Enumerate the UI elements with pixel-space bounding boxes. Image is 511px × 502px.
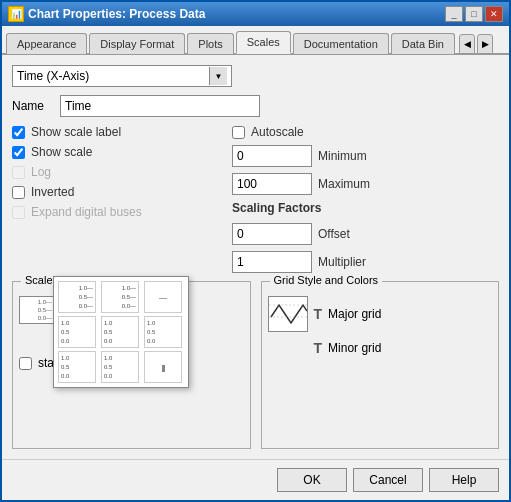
stamp-checkbox[interactable] [19,357,32,370]
minor-grid-row: T Minor grid [268,340,493,356]
inverted-row: Inverted [12,185,222,199]
popup-preview-6[interactable]: 1.0 0.5 0.0 [144,316,182,348]
major-grid-svg [269,297,307,331]
left-column: Show scale label Show scale Log Inverted… [12,125,222,273]
offset-label: Offset [318,227,350,241]
tab-scroll-right[interactable]: ▶ [477,34,493,54]
axis-dropdown-value: Time (X-Axis) [17,69,89,83]
multiplier-input[interactable] [232,251,312,273]
tab-scales[interactable]: Scales [236,31,291,54]
autoscale-label: Autoscale [251,125,304,139]
maximum-input[interactable] [232,173,312,195]
window-title: Chart Properties: Process Data [28,7,205,21]
axis-dropdown-row: Time (X-Axis) ▼ [12,65,499,87]
tab-display-format[interactable]: Display Format [89,33,185,54]
show-scale-label-label: Show scale label [31,125,121,139]
popup-preview-3[interactable]: — [144,281,182,313]
name-row: Name [12,95,499,117]
scale-style-popup: 1.0— 0.5— 0.0— 1.0— 0.5— 0.0— — 1.0 [53,276,189,388]
window-controls: _ □ ✕ [445,6,503,22]
tabs-row: Appearance Display Format Plots Scales D… [2,26,509,55]
expand-digital-buses-label: Expand digital buses [31,205,142,219]
tab-data-bin[interactable]: Data Bin [391,33,455,54]
inverted-label: Inverted [31,185,74,199]
log-label: Log [31,165,51,179]
major-grid-icon[interactable] [268,296,308,332]
title-bar: 📊 Chart Properties: Process Data _ □ ✕ [2,2,509,26]
minor-grid-label: Minor grid [328,341,381,355]
popup-preview-7[interactable]: 1.0 0.5 0.0 [58,351,96,383]
bottom-section: Scale Style and Colors 1.0— 0.5— [12,281,499,449]
cancel-button[interactable]: Cancel [353,468,423,492]
show-scale-label-row: Show scale label [12,125,222,139]
tab-scroll: ◀ ▶ [459,34,493,54]
popup-preview-2[interactable]: 1.0— 0.5— 0.0— [101,281,139,313]
multiplier-label: Multiplier [318,255,366,269]
log-checkbox[interactable] [12,166,25,179]
content-area: Time (X-Axis) ▼ Name Show scale label Sh… [2,55,509,459]
popup-preview-8[interactable]: 1.0 0.5 0.0 [101,351,139,383]
popup-preview-4[interactable]: 1.0 0.5 0.0 [58,316,96,348]
major-grid-row: T Major grid [268,296,493,332]
two-col-section: Show scale label Show scale Log Inverted… [12,125,499,273]
name-input[interactable] [60,95,260,117]
show-scale-row: Show scale [12,145,222,159]
scale-preview-box[interactable]: 1.0— 0.5— 0.0— [19,296,55,324]
offset-input[interactable] [232,223,312,245]
offset-row: Offset [232,223,499,245]
button-bar: OK Cancel Help [2,459,509,500]
show-scale-label: Show scale [31,145,92,159]
tab-appearance[interactable]: Appearance [6,33,87,54]
minor-tick-spacer [19,334,55,346]
svg-rect-0 [269,297,307,331]
grid-style-legend: Grid Style and Colors [270,274,383,286]
main-window: 📊 Chart Properties: Process Data _ □ ✕ A… [0,0,511,502]
autoscale-row: Autoscale [232,125,499,139]
tab-documentation[interactable]: Documentation [293,33,389,54]
maximize-button[interactable]: □ [465,6,483,22]
minimum-label: Minimum [318,149,367,163]
log-row: Log [12,165,222,179]
grid-style-group: Grid Style and Colors [261,281,500,449]
name-label: Name [12,99,52,113]
popup-preview-5[interactable]: 1.0 0.5 0.0 [101,316,139,348]
show-scale-label-checkbox[interactable] [12,126,25,139]
show-scale-checkbox[interactable] [12,146,25,159]
minimum-row: Minimum [232,145,499,167]
axis-dropdown[interactable]: Time (X-Axis) ▼ [12,65,232,87]
right-column: Autoscale Minimum Maximum Scaling Factor… [232,125,499,273]
dropdown-arrow-icon: ▼ [209,67,227,85]
popup-preview-1[interactable]: 1.0— 0.5— 0.0— [58,281,96,313]
popup-preview-9[interactable]: ||| [144,351,182,383]
help-button[interactable]: Help [429,468,499,492]
minimum-input[interactable] [232,145,312,167]
title-bar-left: 📊 Chart Properties: Process Data [8,6,205,22]
maximum-row: Maximum [232,173,499,195]
inverted-checkbox[interactable] [12,186,25,199]
tab-scroll-left[interactable]: ◀ [459,34,475,54]
app-icon: 📊 [8,6,24,22]
scaling-factors-label: Scaling Factors [232,201,499,215]
ok-button[interactable]: OK [277,468,347,492]
autoscale-checkbox[interactable] [232,126,245,139]
tab-plots[interactable]: Plots [187,33,233,54]
scale-style-group: Scale Style and Colors 1.0— 0.5— [12,281,251,449]
close-button[interactable]: ✕ [485,6,503,22]
expand-digital-buses-row: Expand digital buses [12,205,222,219]
maximum-label: Maximum [318,177,370,191]
minor-grid-T-icon: T [314,340,323,356]
expand-digital-buses-checkbox[interactable] [12,206,25,219]
multiplier-row: Multiplier [232,251,499,273]
major-grid-label: Major grid [328,307,381,321]
minimize-button[interactable]: _ [445,6,463,22]
major-grid-T-icon: T [314,306,323,322]
